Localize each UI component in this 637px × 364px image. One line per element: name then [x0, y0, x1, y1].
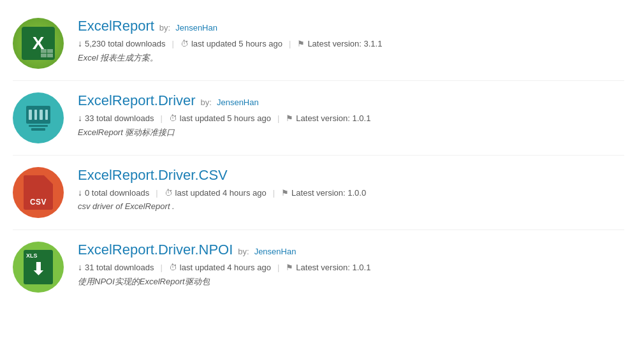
meta-separator: |: [160, 113, 162, 123]
clock-icon: ⏱: [180, 39, 189, 48]
version-meta: ⚑ Latest version: 1.0.1: [286, 113, 370, 123]
package-info: ExcelReportby:JensenHan↓ 5,230 total dow…: [78, 18, 624, 64]
package-title-row: ExcelReport.Driver.NPOIby:JensenHan: [78, 242, 624, 258]
flag-icon: ⚑: [297, 39, 305, 48]
last-updated-meta: ⏱ last updated 5 hours ago: [169, 113, 271, 123]
download-icon: ↓: [78, 187, 82, 198]
last-updated-meta: ⏱ last updated 4 hours ago: [169, 263, 271, 272]
package-title-row: ExcelReport.Driver.CSV: [78, 167, 624, 184]
meta-separator-2: |: [277, 113, 279, 123]
author-name[interactable]: JensenHan: [217, 98, 259, 107]
version-text: Latest version: 1.0.0: [291, 188, 366, 198]
last-updated-text: last updated 4 hours ago: [175, 188, 267, 198]
downloads-meta: ↓ 33 total downloads: [78, 113, 154, 123]
package-item: X ExcelReportby:JensenHan↓ 5,230 total d…: [13, 6, 624, 81]
package-info: ExcelReport.Driver.CSV↓ 0 total download…: [78, 167, 624, 211]
package-list: X ExcelReportby:JensenHan↓ 5,230 total d…: [13, 6, 624, 304]
package-title-row: ExcelReport.Driverby:JensenHan: [78, 92, 624, 109]
author-name[interactable]: JensenHan: [254, 247, 297, 256]
meta-separator-2: |: [273, 188, 275, 198]
last-updated-text: last updated 5 hours ago: [180, 113, 271, 123]
meta-separator-2: |: [277, 263, 279, 272]
by-label: by:: [238, 247, 249, 256]
author-name[interactable]: JensenHan: [175, 23, 217, 33]
version-text: Latest version: 1.0.1: [296, 113, 370, 123]
download-count: 31 total downloads: [85, 263, 154, 272]
package-meta: ↓ 31 total downloads|⏱ last updated 4 ho…: [78, 262, 624, 272]
npoi-inner-icon: XLS ⬇: [24, 250, 53, 284]
version-meta: ⚑ Latest version: 3.1.1: [297, 39, 382, 48]
last-updated-meta: ⏱ last updated 4 hours ago: [165, 188, 267, 198]
package-info: ExcelReport.Driver.NPOIby:JensenHan↓ 31 …: [78, 242, 624, 288]
meta-separator: |: [172, 39, 173, 48]
package-name[interactable]: ExcelReport.Driver.CSV: [78, 167, 228, 184]
flag-icon: ⚑: [286, 263, 293, 272]
clock-icon: ⏱: [169, 263, 177, 272]
meta-separator-2: |: [289, 39, 291, 48]
last-updated-text: last updated 5 hours ago: [191, 39, 282, 48]
downloads-meta: ↓ 0 total downloads: [78, 187, 149, 198]
package-meta: ↓ 0 total downloads|⏱ last updated 4 hou…: [78, 187, 624, 198]
version-meta: ⚑ Latest version: 1.0.1: [286, 263, 370, 272]
download-icon: ↓: [78, 38, 82, 48]
downloads-meta: ↓ 31 total downloads: [78, 262, 154, 272]
flag-icon: ⚑: [281, 188, 289, 198]
download-icon: ↓: [78, 113, 82, 123]
package-description: 使用NPOI实现的ExcelReport驱动包: [78, 276, 624, 288]
package-name[interactable]: ExcelReport.Driver.NPOI: [78, 242, 233, 258]
network-icon-inner: [26, 106, 50, 131]
package-item: ExcelReport.Driverby:JensenHan↓ 33 total…: [13, 81, 624, 156]
package-name[interactable]: ExcelReport: [78, 18, 154, 34]
package-description: ExcelReport 驱动标准接口: [78, 127, 624, 138]
package-item: XLS ⬇ ExcelReport.Driver.NPOIby:JensenHa…: [13, 230, 624, 304]
package-item: CSV ExcelReport.Driver.CSV↓ 0 total down…: [13, 156, 624, 230]
package-info: ExcelReport.Driverby:JensenHan↓ 33 total…: [78, 92, 624, 138]
by-label: by:: [201, 98, 212, 107]
clock-icon: ⏱: [169, 113, 177, 123]
version-text: Latest version: 1.0.1: [296, 263, 370, 272]
package-description: csv driver of ExcelReport .: [78, 201, 624, 211]
driver-icon: [13, 92, 64, 143]
package-description: Excel 报表生成方案。: [78, 52, 624, 64]
version-text: Latest version: 3.1.1: [307, 39, 382, 48]
csv-icon: CSV: [13, 167, 64, 218]
downloads-meta: ↓ 5,230 total downloads: [78, 38, 165, 48]
by-label: by:: [159, 23, 170, 33]
npoi-icon: XLS ⬇: [13, 242, 64, 293]
flag-icon: ⚑: [286, 113, 293, 123]
last-updated-text: last updated 4 hours ago: [180, 263, 271, 272]
meta-separator: |: [160, 263, 162, 272]
clock-icon: ⏱: [165, 188, 173, 198]
version-meta: ⚑ Latest version: 1.0.0: [281, 188, 366, 198]
download-count: 33 total downloads: [85, 113, 154, 123]
package-title-row: ExcelReportby:JensenHan: [78, 18, 624, 34]
download-count: 5,230 total downloads: [85, 39, 165, 48]
last-updated-meta: ⏱ last updated 5 hours ago: [180, 39, 282, 48]
excel-icon: X: [13, 18, 64, 69]
package-meta: ↓ 5,230 total downloads|⏱ last updated 5…: [78, 38, 624, 48]
meta-separator: |: [156, 188, 157, 198]
csv-inner-icon: CSV: [24, 175, 53, 210]
download-count: 0 total downloads: [85, 188, 149, 198]
package-name[interactable]: ExcelReport.Driver: [78, 92, 196, 109]
excel-inner-icon: X: [22, 27, 55, 60]
package-meta: ↓ 33 total downloads|⏱ last updated 5 ho…: [78, 113, 624, 123]
download-icon: ↓: [78, 262, 82, 272]
